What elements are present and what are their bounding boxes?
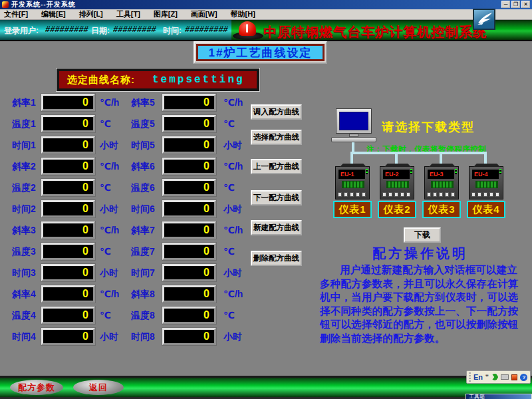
language-indicator[interactable]: En xyxy=(473,373,483,381)
param-value-box[interactable]: 0 xyxy=(162,158,216,175)
help-icon[interactable]: ? xyxy=(520,374,527,381)
param-value-box[interactable]: 0 xyxy=(162,94,216,111)
param-value-box[interactable]: 0 xyxy=(41,136,95,154)
param-unit: 小时 xyxy=(223,331,242,343)
param-label: 斜率8 xyxy=(131,289,155,301)
param-value-box[interactable]: 0 xyxy=(162,115,216,132)
param-label: 时间7 xyxy=(131,267,155,279)
param-value-box[interactable]: 0 xyxy=(41,94,95,111)
network-line xyxy=(350,152,487,154)
title-bar[interactable]: 开发系统--开发系统 ─ ❐ ✕ xyxy=(0,0,532,9)
param-value-box[interactable]: 0 xyxy=(41,115,95,132)
param-label: 温度2 xyxy=(12,182,36,194)
curve-name-label: 选定曲线名称: xyxy=(67,74,135,86)
param-value-box[interactable]: 0 xyxy=(162,243,216,260)
meter-button-3[interactable]: 仪表3 xyxy=(422,201,461,218)
param-value-box[interactable]: 0 xyxy=(162,285,216,303)
param-unit: ℃ xyxy=(100,310,111,321)
param-unit: ℃/h xyxy=(223,225,243,235)
recipe-button-2[interactable]: 上一配方曲线 xyxy=(251,159,302,174)
param-value-box[interactable]: 0 xyxy=(162,200,216,217)
param-value-box[interactable]: 0 xyxy=(162,328,216,345)
param-label: 温度4 xyxy=(12,310,36,322)
drag-grip-icon[interactable] xyxy=(469,372,471,382)
recipe-button-3[interactable]: 下一配方曲线 xyxy=(251,190,302,205)
restore-button[interactable]: ❐ xyxy=(511,1,520,8)
param-label: 时间4 xyxy=(12,331,36,343)
menu-item-6[interactable]: 帮助[H] xyxy=(231,9,255,19)
instructions-line: 钮可以选择邻近的配方，也可以按删除按钮 xyxy=(320,318,532,332)
keyboard-icon[interactable] xyxy=(501,374,509,380)
instructions-text: 用户通过新建配方输入对话框可以建立多种配方参数表，并且可以永久保存在计算机中，当… xyxy=(320,263,532,345)
toolbox-window-titlebar[interactable]: 工具箱 xyxy=(466,394,532,399)
param-row: 时间30小时时间70小时 xyxy=(0,264,306,281)
recipe-button-4[interactable]: 新建配方曲线 xyxy=(251,220,302,235)
param-unit: ℃ xyxy=(223,182,235,193)
curve-name-panel: 选定曲线名称: tempsetting xyxy=(57,68,259,91)
param-label: 温度1 xyxy=(12,118,36,130)
download-type-prompt: 请选择下载类型 xyxy=(382,119,475,135)
meter-button-4[interactable]: 仪表4 xyxy=(467,201,505,218)
curve-name-value: tempsetting xyxy=(152,74,245,86)
param-value-box[interactable]: 0 xyxy=(41,264,95,281)
param-label: 斜率3 xyxy=(12,225,36,237)
param-unit: ℃/h xyxy=(223,97,243,108)
param-value-box[interactable]: 0 xyxy=(162,221,216,239)
recipe-button-5[interactable]: 删除配方曲线 xyxy=(251,251,302,266)
param-unit: ℃ xyxy=(100,182,111,193)
param-label: 时间6 xyxy=(131,203,155,215)
param-unit: ℃/h xyxy=(223,161,243,172)
login-user-value: ######### xyxy=(45,25,88,35)
ime-tool-icon[interactable] xyxy=(511,374,517,380)
instructions-line: 删除当前选择的配方参数。 xyxy=(320,332,532,346)
menu-item-1[interactable]: 编辑[E] xyxy=(41,9,66,19)
download-button[interactable]: 下载 xyxy=(404,227,441,243)
param-label: 温度7 xyxy=(131,246,155,258)
close-button[interactable]: ✕ xyxy=(521,1,530,8)
param-value-box[interactable]: 0 xyxy=(162,307,216,324)
param-unit: 小时 xyxy=(100,140,118,152)
param-value-box[interactable]: 0 xyxy=(41,307,95,324)
menu-item-4[interactable]: 图库[Z] xyxy=(154,9,178,19)
instructions-line: 多种配方参数表，并且可以永久保存在计算 xyxy=(320,277,532,291)
param-value-box[interactable]: 0 xyxy=(162,264,216,281)
computer-icon xyxy=(336,108,372,134)
menu-item-2[interactable]: 排列[L] xyxy=(79,9,103,19)
menu-item-3[interactable]: 工具[T] xyxy=(116,9,140,19)
param-label: 时间8 xyxy=(131,331,155,343)
alarm-lamp-icon xyxy=(233,21,263,40)
ime-quotes-icon[interactable]: ❞ xyxy=(485,374,489,380)
recipe-params-button[interactable]: 配方参数 xyxy=(10,380,63,395)
param-value-box[interactable]: 0 xyxy=(162,179,216,196)
param-unit: ℃ xyxy=(100,118,111,129)
recipe-button-1[interactable]: 选择配方曲线 xyxy=(251,130,302,145)
application-window: 开发系统--开发系统 ─ ❐ ✕ 文件[F]编辑[E]排列[L]工具[T]图库[… xyxy=(0,0,532,399)
recipe-button-0[interactable]: 调入配方曲线 xyxy=(251,104,302,120)
param-unit: ℃ xyxy=(100,246,111,257)
back-button[interactable]: 返回 xyxy=(73,380,124,395)
param-label: 斜率6 xyxy=(131,161,155,173)
ime-mode-icon[interactable] xyxy=(491,374,498,380)
param-value-box[interactable]: 0 xyxy=(41,328,95,345)
param-value-box[interactable]: 0 xyxy=(41,200,95,217)
param-unit: 小时 xyxy=(100,267,118,279)
param-unit: ℃/h xyxy=(100,289,119,299)
instrument-icon: EU-3 xyxy=(424,166,459,200)
param-unit: 小时 xyxy=(223,267,242,279)
param-value-box[interactable]: 0 xyxy=(41,179,95,196)
param-value-box[interactable]: 0 xyxy=(162,136,216,154)
param-value-box[interactable]: 0 xyxy=(41,243,95,260)
minimize-button[interactable]: ─ xyxy=(501,1,510,8)
param-value-box[interactable]: 0 xyxy=(41,221,95,239)
param-unit: ℃ xyxy=(223,246,235,257)
menu-bar: 文件[F]编辑[E]排列[L]工具[T]图库[Z]画面[W]帮助[H] xyxy=(0,9,532,20)
param-label: 时间5 xyxy=(131,140,155,152)
meter-button-1[interactable]: 仪表1 xyxy=(333,201,372,218)
menu-item-5[interactable]: 画面[W] xyxy=(191,9,217,19)
param-label: 斜率4 xyxy=(12,289,36,301)
instrument-display: EU-3 xyxy=(428,170,454,179)
param-value-box[interactable]: 0 xyxy=(41,158,95,175)
meter-button-2[interactable]: 仪表2 xyxy=(378,201,416,218)
menu-item-0[interactable]: 文件[F] xyxy=(4,9,28,19)
param-value-box[interactable]: 0 xyxy=(41,285,95,303)
